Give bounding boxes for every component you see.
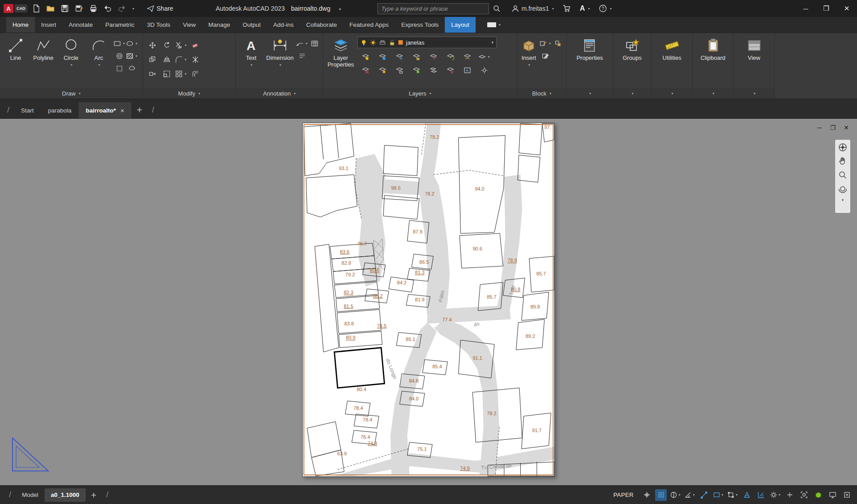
ribbon-tab-home[interactable]: Home xyxy=(6,17,35,33)
mtext-icon[interactable] xyxy=(296,50,308,62)
dimension-dropdown-icon[interactable]: ▾ xyxy=(280,63,281,67)
redo-icon[interactable] xyxy=(117,4,126,13)
layer-isolate-icon[interactable] xyxy=(374,50,390,63)
rotate-icon[interactable] xyxy=(160,38,173,52)
line-button[interactable]: Line xyxy=(3,35,29,88)
block-editor-icon[interactable] xyxy=(539,50,551,62)
insert-dropdown-icon[interactable]: ▾ xyxy=(528,63,530,67)
isodraft-icon[interactable]: ▾ xyxy=(712,489,724,501)
orbit-icon[interactable] xyxy=(838,184,848,194)
help-menu-icon[interactable]: ▾ xyxy=(610,7,612,11)
polar-tracking-icon[interactable]: ▾ xyxy=(684,489,695,501)
text-button[interactable]: A Text ▾ xyxy=(238,35,264,88)
panel-label-block[interactable]: Block▾ xyxy=(517,88,566,99)
panel-label-properties[interactable]: ▾ xyxy=(567,88,613,99)
layout-tab-a0_1.1000[interactable]: a0_1.1000 xyxy=(45,488,86,502)
isolate-objects-icon[interactable] xyxy=(798,489,810,501)
clipboard-button[interactable]: Clipboard xyxy=(696,35,730,88)
ribbon-tab-express-tools[interactable]: Express Tools xyxy=(395,17,445,33)
space-toggle-button[interactable]: PAPER xyxy=(613,492,634,498)
doc-minimize-icon[interactable]: ─ xyxy=(816,124,823,131)
ribbon-toggle-menu-icon[interactable]: ▾ xyxy=(499,23,501,27)
mirror-icon[interactable] xyxy=(160,53,173,66)
layer-unisolate-icon[interactable] xyxy=(357,64,373,76)
doc-close-icon[interactable]: ✕ xyxy=(843,124,850,131)
close-file-tab-icon[interactable]: × xyxy=(121,107,125,114)
create-block-icon[interactable] xyxy=(552,37,564,49)
layer-lock-icon[interactable] xyxy=(408,50,424,63)
panel-label-annotation[interactable]: Annotation▾ xyxy=(236,88,323,99)
minimize-button[interactable]: ─ xyxy=(795,0,816,17)
panel-label-modify[interactable]: Modify▾ xyxy=(143,88,235,99)
graphics-performance-icon[interactable] xyxy=(812,489,824,501)
layer-unlock-all-icon[interactable] xyxy=(391,64,407,76)
erase-icon[interactable] xyxy=(188,38,202,52)
object-snap-icon[interactable]: ▾ xyxy=(727,489,738,501)
layout-viewport-map[interactable]: 78.297.93.198.578.294.087.976.783.682.98… xyxy=(303,123,554,476)
ribbon-tab-manage[interactable]: Manage xyxy=(202,17,236,33)
layer-thaw-icon[interactable] xyxy=(374,64,390,76)
properties-button[interactable]: Properties xyxy=(572,35,608,88)
ribbon-tab-parametric[interactable]: Parametric xyxy=(99,17,141,33)
ribbon-tab-layout[interactable]: Layout xyxy=(445,17,476,33)
doc-restore-icon[interactable]: ❐ xyxy=(829,124,836,131)
table-icon[interactable] xyxy=(309,37,320,49)
text-dropdown-icon[interactable]: ▾ xyxy=(251,63,252,67)
offset-icon[interactable] xyxy=(188,67,202,80)
ribbon-tab-output[interactable]: Output xyxy=(236,17,267,33)
ribbon-tab-insert[interactable]: Insert xyxy=(35,17,63,33)
scale-icon[interactable] xyxy=(160,67,173,80)
qat-customize-icon[interactable]: ▾ xyxy=(133,7,134,11)
layer-unlock-icon[interactable] xyxy=(389,39,395,46)
layer-plot-icon[interactable] xyxy=(379,39,386,46)
ribbon-tab-annotate[interactable]: Annotate xyxy=(63,17,99,33)
plot-icon[interactable] xyxy=(89,4,98,13)
user-menu-icon[interactable]: ▾ xyxy=(552,7,554,11)
panel-label-view[interactable]: ▾ xyxy=(734,88,774,99)
layer-settings-icon[interactable] xyxy=(476,64,492,76)
hardware-monitor-icon[interactable] xyxy=(827,489,838,501)
app-store-button[interactable] xyxy=(563,4,571,12)
insert-button[interactable]: Insert ▾ xyxy=(520,35,538,88)
layout-paper[interactable]: 78.297.93.198.578.294.087.976.783.682.98… xyxy=(302,123,555,477)
snap-grid-icon[interactable] xyxy=(655,489,667,501)
search-icon[interactable] xyxy=(493,4,501,12)
layer-match-icon[interactable] xyxy=(425,50,441,63)
view-button[interactable]: View xyxy=(737,35,771,88)
title-caret-icon[interactable]: ▸ xyxy=(339,6,342,11)
layer-freeze-vp-icon[interactable] xyxy=(459,64,475,76)
ellipse-tool-icon[interactable]: ▾ xyxy=(126,37,138,49)
layer-freeze-icon[interactable] xyxy=(391,50,407,63)
stretch-icon[interactable] xyxy=(146,67,159,80)
panel-label-draw[interactable]: Draw▾ xyxy=(0,88,142,99)
workspace-gear-icon[interactable]: ▾ xyxy=(769,489,781,501)
signin-user[interactable]: m.freitas1 ▾ xyxy=(511,4,554,12)
ribbon-tab-add-ins[interactable]: Add-ins xyxy=(267,17,300,33)
copy-icon[interactable] xyxy=(146,53,159,66)
ribbon-tab-featured-apps[interactable]: Featured Apps xyxy=(343,17,395,33)
layer-walk-icon[interactable] xyxy=(459,50,475,63)
plus-tool-icon[interactable] xyxy=(784,489,795,501)
save-as-icon[interactable] xyxy=(75,4,84,13)
file-tab-Start[interactable]: Start xyxy=(14,102,41,118)
clean-screen-icon[interactable] xyxy=(841,489,853,501)
donut-tool-icon[interactable] xyxy=(113,50,125,62)
new-drawing-tab-button[interactable]: ＋ xyxy=(131,104,147,118)
panel-label-groups[interactable]: ▾ xyxy=(613,88,651,99)
layer-dropdown-arrow-icon[interactable]: ▾ xyxy=(491,40,493,45)
share-button[interactable]: Share xyxy=(147,5,173,12)
ribbon-tab-collaborate[interactable]: Collaborate xyxy=(300,17,343,33)
explode-icon[interactable] xyxy=(188,53,202,66)
open-folder-icon[interactable] xyxy=(46,4,55,13)
file-tab-bairroalto[interactable]: bairroalto*× xyxy=(79,102,131,118)
circle-button[interactable]: Circle ▾ xyxy=(58,35,84,88)
arc-dropdown-icon[interactable]: ▾ xyxy=(98,63,100,67)
ortho-mode-icon[interactable] xyxy=(698,489,710,501)
panel-label-utilities[interactable]: ▾ xyxy=(652,88,692,99)
ribbon-display-toggle[interactable]: ▾ xyxy=(487,17,501,33)
annotation-visibility-icon[interactable] xyxy=(741,489,752,501)
layer-prev-icon[interactable] xyxy=(442,50,458,63)
move-icon[interactable] xyxy=(146,38,159,52)
dimension-button[interactable]: Dimension ▾ xyxy=(266,35,294,88)
layer-on-all-icon[interactable] xyxy=(408,64,424,76)
